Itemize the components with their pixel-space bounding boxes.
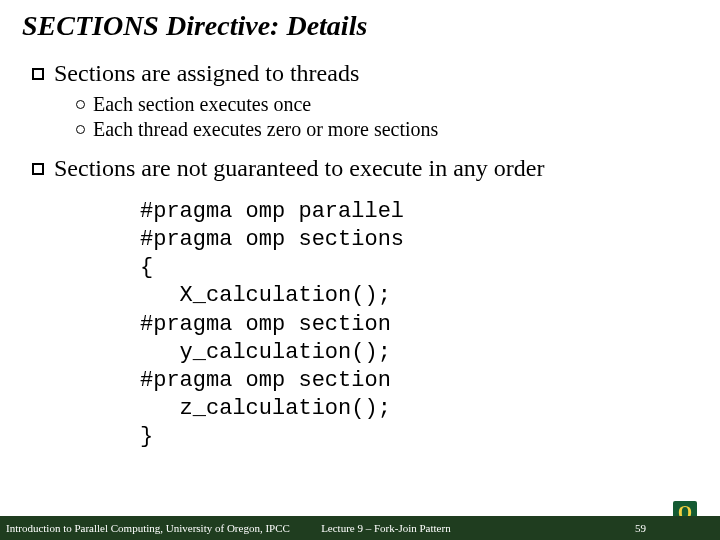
- bullet-text: Sections are assigned to threads: [54, 60, 359, 87]
- bullet-level2: Each section executes once: [76, 93, 700, 116]
- circle-bullet-icon: [76, 125, 85, 134]
- slide: SECTIONS Directive: Details Sections are…: [0, 0, 720, 540]
- square-bullet-icon: [32, 163, 44, 175]
- bullet-level2: Each thread executes zero or more sectio…: [76, 118, 700, 141]
- slide-footer: Introduction to Parallel Computing, Univ…: [0, 516, 720, 540]
- slide-content: Sections are assigned to threads Each se…: [0, 42, 720, 451]
- bullet-text: Sections are not guaranteed to execute i…: [54, 155, 544, 182]
- slide-title: SECTIONS Directive: Details: [0, 0, 720, 42]
- sub-bullets: Each section executes once Each thread e…: [32, 93, 700, 141]
- circle-bullet-icon: [76, 100, 85, 109]
- bullet-level1: Sections are assigned to threads: [32, 60, 700, 87]
- footer-page-number: 59: [635, 522, 646, 534]
- square-bullet-icon: [32, 68, 44, 80]
- code-block: #pragma omp parallel #pragma omp section…: [32, 188, 700, 451]
- footer-left: Introduction to Parallel Computing, Univ…: [0, 522, 290, 534]
- sub-bullet-text: Each thread executes zero or more sectio…: [93, 118, 438, 141]
- bullet-level1: Sections are not guaranteed to execute i…: [32, 155, 700, 182]
- footer-center: Lecture 9 – Fork-Join Pattern: [321, 522, 451, 534]
- sub-bullet-text: Each section executes once: [93, 93, 311, 116]
